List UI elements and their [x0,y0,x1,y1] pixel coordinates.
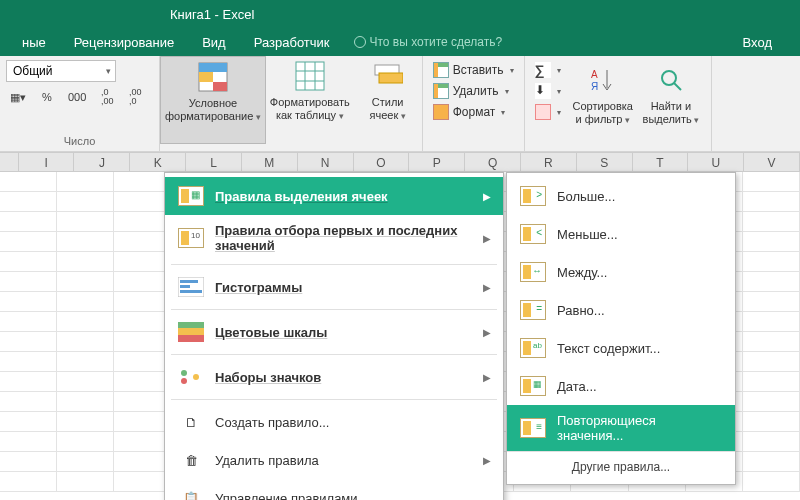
menu-new-rule[interactable]: 🗋 Создать правило... [165,403,503,441]
cell[interactable] [743,412,800,431]
menu-data-bars[interactable]: Гистограммы ▶ [165,268,503,306]
tab-view[interactable]: Вид [188,35,240,50]
cell[interactable] [0,212,57,231]
cell[interactable] [114,172,171,191]
cell[interactable] [57,252,114,271]
cell[interactable] [0,412,57,431]
col-R[interactable]: R [521,153,577,171]
col-O[interactable]: O [354,153,410,171]
cell[interactable] [0,232,57,251]
menu-color-scales[interactable]: Цветовые шкалы ▶ [165,313,503,351]
number-format-combo[interactable]: Общий [6,60,116,82]
cell[interactable] [114,472,171,491]
col-M[interactable]: M [242,153,298,171]
cell[interactable] [0,292,57,311]
conditional-formatting-button[interactable]: Условноеформатирование [160,56,266,144]
comma-button[interactable]: 000 [64,86,90,108]
cell[interactable] [0,372,57,391]
cell[interactable] [743,372,800,391]
col-U[interactable]: U [688,153,744,171]
cell[interactable] [743,352,800,371]
delete-cells-button[interactable]: Удалить [429,81,518,101]
cell[interactable] [114,292,171,311]
cell[interactable] [0,472,57,491]
cell[interactable] [114,352,171,371]
cell[interactable] [114,452,171,471]
cell[interactable] [57,372,114,391]
cell[interactable] [114,392,171,411]
selectall-corner[interactable] [0,153,19,171]
rule-equal-to[interactable]: =Равно... [507,291,735,329]
cell[interactable] [743,172,800,191]
tab-developer[interactable]: Разработчик [240,35,344,50]
insert-cells-button[interactable]: Вставить [429,60,518,80]
cell[interactable] [57,232,114,251]
increase-decimal-button[interactable]: ,0,00 [96,86,118,108]
col-L[interactable]: L [186,153,242,171]
cell[interactable] [114,372,171,391]
menu-manage-rules[interactable]: 📋 Управление правилами... [165,479,503,500]
autosum-button[interactable]: ∑ [531,60,565,80]
cell[interactable] [0,172,57,191]
rule-duplicate-values[interactable]: ≡Повторяющиеся значения... [507,405,735,451]
rule-text-contains[interactable]: abТекст содержит... [507,329,735,367]
rule-date-occurring[interactable]: ▦Дата... [507,367,735,405]
col-T[interactable]: T [633,153,689,171]
cell[interactable] [57,172,114,191]
cell[interactable] [743,452,800,471]
cell[interactable] [114,252,171,271]
cell[interactable] [0,252,57,271]
cell[interactable] [114,212,171,231]
menu-icon-sets[interactable]: Наборы значков ▶ [165,358,503,396]
cell[interactable] [57,432,114,451]
tab-review[interactable]: Рецензирование [60,35,188,50]
cell[interactable] [114,192,171,211]
currency-dropdown[interactable]: ▦▾ [6,86,30,108]
col-N[interactable]: N [298,153,354,171]
cell[interactable] [57,352,114,371]
cell[interactable] [743,212,800,231]
rule-greater-than[interactable]: >Больше... [507,177,735,215]
cell[interactable] [0,392,57,411]
cell[interactable] [57,272,114,291]
col-P[interactable]: P [409,153,465,171]
col-V[interactable]: V [744,153,800,171]
cell[interactable] [57,312,114,331]
menu-highlight-cell-rules[interactable]: ▦ Правила выделения ячеек ▶ [165,177,503,215]
cell[interactable] [743,232,800,251]
menu-clear-rules[interactable]: 🗑 Удалить правила ▶ [165,441,503,479]
cell[interactable] [743,252,800,271]
cell[interactable] [0,272,57,291]
cell[interactable] [114,272,171,291]
rule-less-than[interactable]: <Меньше... [507,215,735,253]
cell[interactable] [743,272,800,291]
cell[interactable] [743,392,800,411]
rule-more-rules[interactable]: Другие правила... [507,451,735,480]
col-S[interactable]: S [577,153,633,171]
cell[interactable] [114,312,171,331]
menu-top-bottom-rules[interactable]: 10 Правила отбора первых и последних зна… [165,215,503,261]
cell[interactable] [743,312,800,331]
cell[interactable] [743,292,800,311]
cell[interactable] [0,332,57,351]
tab-data-partial[interactable]: ные [8,35,60,50]
format-cells-button[interactable]: Формат [429,102,518,122]
cell[interactable] [57,412,114,431]
find-select-button[interactable]: Найти ивыделить [637,60,705,148]
col-I[interactable]: I [19,153,75,171]
cell[interactable] [0,452,57,471]
col-K[interactable]: K [130,153,186,171]
fill-button[interactable]: ⬇ [531,81,565,101]
cell[interactable] [743,432,800,451]
cell[interactable] [57,472,114,491]
format-as-table-button[interactable]: Форматироватькак таблицу [266,56,354,144]
cell[interactable] [0,192,57,211]
cell[interactable] [0,312,57,331]
tell-me-search[interactable]: Что вы хотите сделать? [354,35,503,49]
cell-styles-button[interactable]: Стилиячеек [354,56,422,144]
cell[interactable] [743,332,800,351]
cell[interactable] [0,432,57,451]
col-Q[interactable]: Q [465,153,521,171]
cell[interactable] [114,432,171,451]
clear-button[interactable] [531,102,565,122]
